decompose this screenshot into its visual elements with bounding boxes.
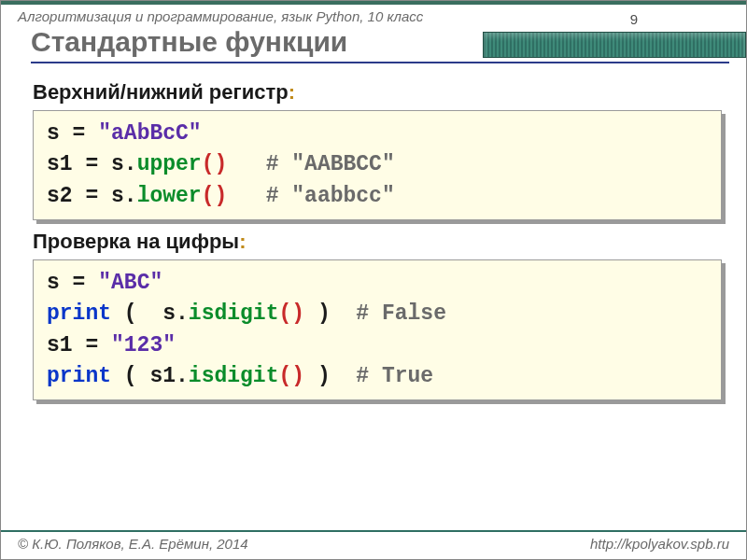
code-text: ( s1. xyxy=(111,364,189,388)
code-comment: # False xyxy=(356,301,446,326)
code-paren: ( xyxy=(202,152,215,176)
page-title: Стандартные функции xyxy=(31,26,729,58)
code-paren: ) xyxy=(214,152,227,176)
code-text: s = xyxy=(47,271,98,295)
code-paren: ) xyxy=(291,364,304,388)
code-paren: ) xyxy=(214,184,227,208)
code-text: ( s. xyxy=(111,301,189,326)
section-label: Верхний/нижний регистр xyxy=(33,80,289,104)
code-paren: ( xyxy=(202,184,215,208)
code-method: upper xyxy=(137,152,202,176)
section-heading-case: Верхний/нижний регистр: xyxy=(33,80,722,105)
code-method: lower xyxy=(137,184,202,208)
code-string: "aAbBcC" xyxy=(98,121,201,146)
footer-copyright: © К.Ю. Поляков, Е.А. Ерёмин, 2014 xyxy=(18,536,248,552)
code-method: isdigit xyxy=(189,301,279,326)
code-comment: # True xyxy=(356,364,433,388)
code-paren: ) xyxy=(291,301,304,326)
code-string: "123" xyxy=(111,333,176,357)
code-keyword: print xyxy=(47,301,111,326)
section-heading-digits: Проверка на цифры: xyxy=(33,230,722,254)
code-method: isdigit xyxy=(189,364,279,388)
footer-url: http://kpolyakov.spb.ru xyxy=(590,536,729,552)
footer: © К.Ю. Поляков, Е.А. Ерёмин, 2014 http:/… xyxy=(1,530,746,559)
code-comment: # "AABBCC" xyxy=(266,152,395,176)
code-block-digits: s = "ABC" print ( s.isdigit() ) # False … xyxy=(33,259,722,400)
code-text: s1 = xyxy=(47,333,111,357)
code-text: s2 = s. xyxy=(47,184,137,208)
code-text: ) xyxy=(304,364,356,388)
slide-body: Верхний/нижний регистр: s = "aAbBcC" s1 … xyxy=(1,63,746,400)
code-text: s = xyxy=(47,121,98,146)
code-keyword: print xyxy=(47,364,111,388)
code-text: ) xyxy=(304,301,356,326)
code-block-case: s = "aAbBcC" s1 = s.upper() # "AABBCC" s… xyxy=(33,110,722,220)
colon: : xyxy=(239,230,246,253)
code-comment: # "aabbcc" xyxy=(266,184,395,208)
title-bar: 9 Стандартные функции xyxy=(1,24,746,58)
slide: Алгоритмизация и программирование, язык … xyxy=(0,0,747,560)
code-paren: ( xyxy=(278,301,291,326)
code-text: s1 = s. xyxy=(47,152,137,176)
code-string: "ABC" xyxy=(98,271,162,295)
colon: : xyxy=(289,80,295,104)
code-pad xyxy=(227,184,265,208)
section-label: Проверка на цифры xyxy=(33,230,239,253)
page-number: 9 xyxy=(578,11,690,27)
code-paren: ( xyxy=(278,364,291,388)
code-pad xyxy=(227,152,265,176)
